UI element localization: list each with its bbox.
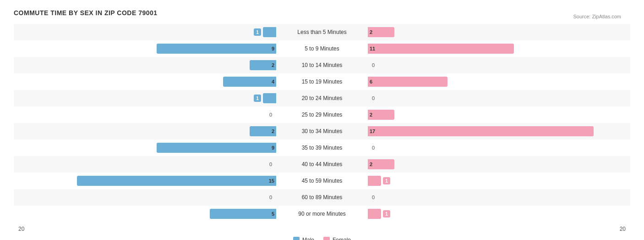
- legend: Male Female: [14, 237, 630, 240]
- left-bar-area: 5: [14, 206, 276, 222]
- right-bar-area: 1: [368, 173, 630, 189]
- left-bar-area: 1: [14, 24, 276, 40]
- right-bar-area: 2: [368, 156, 630, 173]
- right-bar-area: 0: [368, 189, 630, 206]
- female-value: 6: [370, 79, 372, 84]
- chart-row: 4 15 to 19 Minutes 6: [14, 73, 630, 90]
- chart-container: 1 Less than 5 Minutes 2 9 5 to 9 Minutes…: [14, 24, 630, 240]
- left-bar-area: 4: [14, 73, 276, 90]
- chart-row: 5 90 or more Minutes 1: [14, 206, 630, 222]
- female-value: 17: [370, 128, 375, 134]
- chart-row: 1 Less than 5 Minutes 2: [14, 24, 630, 40]
- female-value: 0: [370, 95, 377, 102]
- male-value: 9: [272, 145, 274, 151]
- male-value: 0: [267, 194, 274, 201]
- chart-row: 2 10 to 14 Minutes 0: [14, 57, 630, 73]
- legend-male-box: [293, 237, 300, 240]
- left-bar-area: 0: [14, 106, 276, 123]
- chart-title: COMMUTE TIME BY SEX IN ZIP CODE 79001: [14, 9, 630, 17]
- axis-labels: 20 20: [14, 226, 630, 232]
- male-value: 4: [272, 79, 274, 84]
- left-bar-area: 0: [14, 156, 276, 173]
- row-label: 40 to 44 Minutes: [276, 161, 368, 167]
- male-value: 1: [254, 95, 261, 102]
- right-bar-area: 0: [368, 90, 630, 106]
- right-bar-area: 6: [368, 73, 630, 90]
- chart-row: 9 35 to 39 Minutes 0: [14, 140, 630, 156]
- left-bar-area: 1: [14, 90, 276, 106]
- female-value: 0: [370, 194, 377, 201]
- legend-female-box: [323, 237, 330, 240]
- right-bar-area: 11: [368, 40, 630, 57]
- chart-row: 2 30 to 34 Minutes 17: [14, 123, 630, 140]
- row-label: 60 to 89 Minutes: [276, 194, 368, 201]
- male-value: 5: [272, 211, 274, 217]
- male-value: 0: [267, 111, 274, 118]
- axis-left-label: 20: [18, 226, 24, 232]
- legend-female: Female: [323, 237, 351, 240]
- right-bar-area: 0: [368, 57, 630, 73]
- row-label: 5 to 9 Minutes: [276, 45, 368, 52]
- right-bar-area: 0: [368, 140, 630, 156]
- left-bar-area: 2: [14, 57, 276, 73]
- right-bar-area: 2: [368, 24, 630, 40]
- legend-male-label: Male: [302, 237, 314, 240]
- left-bar-area: 2: [14, 123, 276, 140]
- row-label: 35 to 39 Minutes: [276, 145, 368, 151]
- row-label: 25 to 29 Minutes: [276, 112, 368, 118]
- male-value: 2: [272, 62, 274, 68]
- female-value: 1: [383, 210, 390, 218]
- chart-row: 0 25 to 29 Minutes 2: [14, 106, 630, 123]
- row-label: Less than 5 Minutes: [276, 29, 368, 35]
- female-value: 2: [370, 112, 372, 117]
- left-bar-area: 9: [14, 40, 276, 57]
- axis-right-label: 20: [620, 226, 626, 232]
- female-value: 0: [370, 61, 377, 69]
- chart-row: 9 5 to 9 Minutes 11: [14, 40, 630, 57]
- row-label: 20 to 24 Minutes: [276, 95, 368, 101]
- legend-female-label: Female: [333, 237, 351, 240]
- row-label: 15 to 19 Minutes: [276, 78, 368, 85]
- row-label: 45 to 59 Minutes: [276, 178, 368, 184]
- female-value: 1: [383, 177, 390, 184]
- row-label: 30 to 34 Minutes: [276, 128, 368, 134]
- row-label: 90 or more Minutes: [276, 211, 368, 217]
- chart-row: 0 40 to 44 Minutes 2: [14, 156, 630, 173]
- row-label: 10 to 14 Minutes: [276, 62, 368, 68]
- female-value: 0: [370, 144, 377, 151]
- right-bar-area: 1: [368, 206, 630, 222]
- male-value: 2: [272, 128, 274, 134]
- male-value: 0: [267, 161, 274, 168]
- source-label: Source: ZipAtlas.com: [573, 14, 621, 19]
- female-value: 2: [370, 162, 372, 167]
- chart-row: 15 45 to 59 Minutes 1: [14, 173, 630, 189]
- male-value: 9: [272, 46, 274, 51]
- right-bar-area: 2: [368, 106, 630, 123]
- left-bar-area: 0: [14, 189, 276, 206]
- female-value: 2: [370, 29, 372, 35]
- chart-row: 1 20 to 24 Minutes 0: [14, 90, 630, 106]
- chart-row: 0 60 to 89 Minutes 0: [14, 189, 630, 206]
- female-value: 11: [370, 46, 375, 51]
- left-bar-area: 15: [14, 173, 276, 189]
- male-value: 15: [269, 178, 274, 184]
- right-bar-area: 17: [368, 123, 630, 140]
- left-bar-area: 9: [14, 140, 276, 156]
- legend-male: Male: [293, 237, 314, 240]
- male-value: 1: [254, 28, 261, 36]
